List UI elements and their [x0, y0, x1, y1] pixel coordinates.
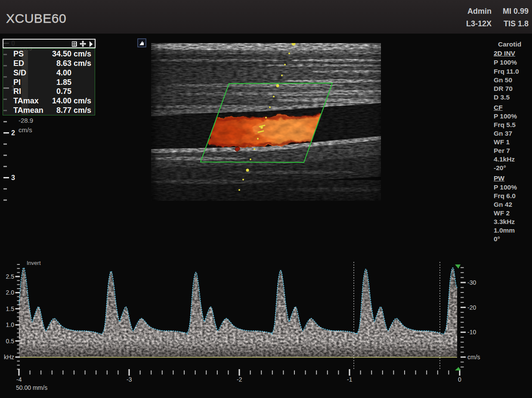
svg-text:2.0: 2.0 — [6, 289, 15, 296]
svg-text:-4: -4 — [16, 376, 22, 383]
svg-text:cm/s: cm/s — [467, 354, 480, 361]
svg-text:-1: -1 — [347, 376, 353, 383]
svg-text:-20: -20 — [467, 304, 476, 311]
svg-text:Invert: Invert — [27, 260, 41, 266]
svg-text:-2: -2 — [237, 376, 242, 383]
svg-text:-30: -30 — [467, 279, 476, 286]
svg-text:1.0: 1.0 — [6, 321, 15, 328]
svg-text:-3: -3 — [127, 376, 132, 383]
svg-text:kHz: kHz — [4, 354, 14, 361]
svg-text:50.00 mm/s: 50.00 mm/s — [16, 384, 47, 391]
svg-text:-10: -10 — [467, 329, 476, 336]
svg-text:0.5: 0.5 — [6, 338, 15, 345]
svg-text:2.5: 2.5 — [6, 273, 15, 280]
svg-text:1.5: 1.5 — [6, 305, 15, 312]
svg-text:0: 0 — [458, 376, 461, 383]
